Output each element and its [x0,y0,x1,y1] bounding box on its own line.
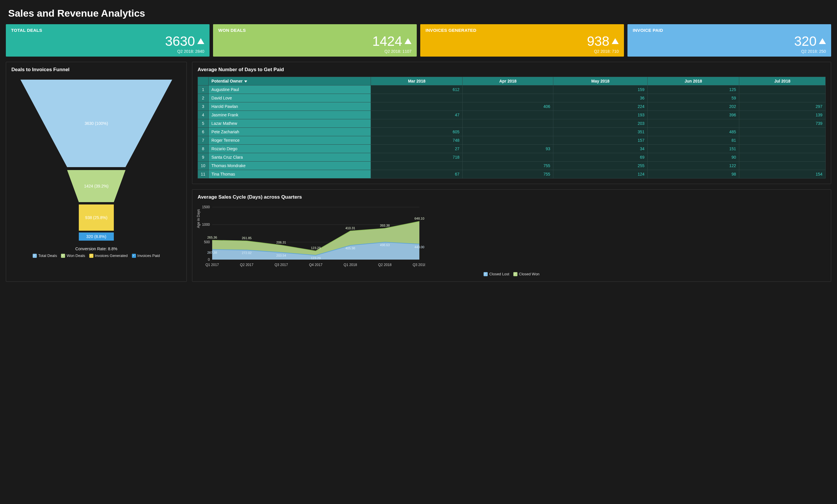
cell-value: 396 [647,111,739,119]
sort-desc-icon [244,80,247,82]
table-row[interactable]: 5Lazar Mathew203739 [198,119,825,128]
cell-value: 755 [463,162,553,170]
legend-swatch-icon [61,254,65,258]
point-label-lost: 287.38 [207,251,217,254]
funnel-stage-label: 1424 (39.2%) [84,184,109,188]
cell-value [739,136,825,145]
cell-value: 27 [371,145,463,153]
column-header[interactable]: Mar 2018 [371,77,463,86]
column-header[interactable]: Jun 2018 [647,77,739,86]
cell-value: 612 [371,86,463,94]
point-label-lost: 498.63 [380,243,390,247]
table-row[interactable]: 7Roger Terrence74815781 [198,136,825,145]
point-label-lost: 123.29 [311,256,321,260]
legend-item[interactable]: Total Deals [33,254,57,258]
funnel-title: Deals to Invoices Funnel [12,67,181,73]
legend-label: Won Deals [67,254,85,258]
trend-up-icon [197,38,204,44]
funnel-legend: Total DealsWon DealsInvoices GeneratedIn… [12,254,181,258]
kpi-card-yellow[interactable]: INVOICES GENERATED938Q2 2018: 710 [420,24,624,57]
kpi-card-blue[interactable]: INVOICE PAID320Q2 2018: 250 [627,24,831,57]
cell-value: 718 [371,153,463,162]
cell-value: 93 [463,145,553,153]
legend-item[interactable]: Invoices Paid [132,254,160,258]
trend-up-icon [612,38,619,44]
row-index: 9 [198,153,209,162]
kpi-card-green[interactable]: WON DEALS1424Q2 2018: 1107 [213,24,417,57]
row-owner: Rozario Diego [208,145,371,153]
x-tick-label: Q2 2018 [378,263,392,267]
cell-value: 67 [371,170,463,179]
column-header[interactable]: Jul 2018 [739,77,825,86]
table-row[interactable]: 9Santa Cruz Clara7186990 [198,153,825,162]
funnel-chart[interactable]: 3630 (100%)1424 (39.2%)938 (25.8%)320 (8… [15,77,178,243]
table-row[interactable]: 10Thomas Mondrake755255122 [198,162,825,170]
cell-value [739,86,825,94]
point-label-lost: 443.00 [414,245,424,249]
x-tick-label: Q3 2017 [274,263,288,267]
cell-value: 34 [553,145,647,153]
page-title: Sales and Revenue Analytics [8,7,831,19]
svg-text:1000: 1000 [202,223,210,227]
cell-value [371,162,463,170]
svg-text:1500: 1500 [202,205,210,209]
table-row[interactable]: 3Harold Pawlan406224202297 [198,102,825,111]
sales-cycle-chart[interactable]: 050010001500287.38265.36272.02261.85203.… [198,204,425,268]
row-owner: Roger Terrence [208,136,371,145]
legend-label: Invoices Generated [95,254,128,258]
cell-value [463,86,553,94]
cell-value [463,128,553,136]
kpi-label: TOTAL DEALS [11,28,204,33]
legend-swatch-icon [513,272,517,276]
column-header[interactable]: Apr 2018 [463,77,553,86]
legend-item[interactable]: Closed Lost [484,272,509,276]
column-header-owner[interactable]: Potential Owner [208,77,371,86]
legend-item[interactable]: Won Deals [61,254,85,258]
paid-days-table[interactable]: Potential OwnerMar 2018Apr 2018May 2018J… [198,77,825,179]
kpi-sub: Q2 2018: 1107 [218,49,411,54]
column-header[interactable]: May 2018 [553,77,647,86]
table-row[interactable]: 11Tina Thomas6775512498154 [198,170,825,179]
legend-label: Closed Won [519,272,540,276]
point-label-won: 265.36 [207,236,217,239]
row-owner: Augustine Paul [208,86,371,94]
row-index: 10 [198,162,209,170]
row-owner: Harold Pawlan [208,102,371,111]
cell-value: 154 [739,170,825,179]
cell-value: 81 [647,136,739,145]
row-owner: Lazar Mathew [208,119,371,128]
cell-value: 193 [553,111,647,119]
point-label-won: 261.85 [242,236,252,240]
table-row[interactable]: 8Rozario Diego279334151 [198,145,825,153]
cell-value [371,94,463,102]
point-label-lost: 272.02 [242,251,252,255]
row-index: 5 [198,119,209,128]
cell-value: 125 [647,86,739,94]
kpi-sub: Q2 2018: 250 [633,49,826,54]
point-label-lost: 203.54 [277,254,286,257]
table-row[interactable]: 6Pete Zachariah605351485 [198,128,825,136]
legend-swatch-icon [33,254,37,258]
kpi-card-teal[interactable]: TOTAL DEALS3630Q2 2018: 2840 [6,24,210,57]
kpi-label: INVOICE PAID [633,28,826,33]
cell-value: 255 [553,162,647,170]
table-row[interactable]: 2David Love3659 [198,94,825,102]
table-row[interactable]: 4Jasmine Frank47193396139 [198,111,825,119]
table-row[interactable]: 1Augustine Paul612159125 [198,86,825,94]
cell-value: 151 [647,145,739,153]
cell-value: 122 [647,162,739,170]
trend-up-icon [405,38,411,44]
legend-item[interactable]: Invoices Generated [89,254,128,258]
cell-value: 90 [647,153,739,162]
row-index: 4 [198,111,209,119]
cell-value [463,153,553,162]
cell-value: 124 [553,170,647,179]
legend-item[interactable]: Closed Won [513,272,540,276]
row-owner: Thomas Mondrake [208,162,371,170]
trend-up-icon [819,38,826,44]
cell-value: 157 [553,136,647,145]
row-owner: Jasmine Frank [208,111,371,119]
cell-value: 139 [739,111,825,119]
row-index: 8 [198,145,209,153]
legend-label: Closed Lost [489,272,509,276]
